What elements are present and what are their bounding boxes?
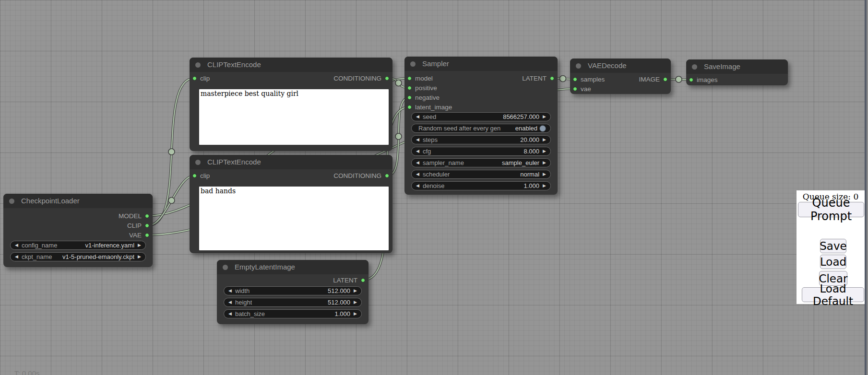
widget-steps[interactable]: ◀ steps 20.000 ▶	[411, 135, 551, 144]
port-dot-icon[interactable]	[663, 77, 667, 82]
decrement-arrow-icon[interactable]: ◀	[15, 241, 18, 250]
port-dot-icon[interactable]	[361, 278, 365, 282]
widget-config-name[interactable]: ◀ config_name v1-inference.yaml ▶	[10, 241, 146, 250]
decrement-arrow-icon[interactable]: ◀	[416, 158, 419, 167]
widget-ckpt-name[interactable]: ◀ ckpt_name v1-5-pruned-emaonly.ckpt ▶	[10, 252, 146, 261]
node-clip-text-encode-negative[interactable]: CLIPTextEncode clip CONDITIONING bad han…	[190, 155, 392, 253]
input-clip[interactable]: clip	[192, 73, 210, 83]
node-title-bar[interactable]: CheckpointLoader	[3, 194, 153, 208]
output-model[interactable]: MODEL	[119, 211, 149, 221]
node-title-bar[interactable]: VAEDecode	[570, 59, 671, 73]
port-dot-icon[interactable]	[385, 174, 389, 178]
node-checkpoint-loader[interactable]: CheckpointLoader MODEL CLIP VAE ◀ config…	[3, 194, 153, 267]
output-clip[interactable]: CLIP	[127, 221, 149, 230]
node-save-image[interactable]: SaveImage images	[686, 59, 788, 85]
wire-midpoint-dot[interactable]	[560, 76, 566, 82]
collapse-dot-icon[interactable]	[410, 61, 416, 67]
input-clip[interactable]: clip	[192, 171, 210, 180]
input-latent-image[interactable]: latent_image	[407, 102, 452, 112]
node-clip-text-encode-positive[interactable]: CLIPTextEncode clip CONDITIONING masterp…	[190, 58, 392, 151]
widget-random-seed-toggle[interactable]: Random seed after every gen enabled	[411, 124, 551, 133]
increment-arrow-icon[interactable]: ▶	[543, 147, 546, 156]
load-default-button[interactable]: Load Default	[802, 287, 864, 302]
input-negative[interactable]: negative	[407, 93, 440, 102]
port-dot-icon[interactable]	[145, 233, 149, 237]
input-images[interactable]: images	[689, 75, 718, 84]
port-dot-icon[interactable]	[407, 105, 412, 109]
port-dot-icon[interactable]	[192, 174, 197, 178]
toggle-dot-icon[interactable]	[539, 125, 546, 132]
load-button[interactable]: Load	[820, 255, 846, 269]
port-dot-icon[interactable]	[145, 214, 149, 218]
node-title-bar[interactable]: CLIPTextEncode	[190, 58, 392, 72]
port-dot-icon[interactable]	[407, 95, 412, 100]
wire-midpoint-dot[interactable]	[676, 76, 682, 82]
widget-denoise[interactable]: ◀ denoise 1.000 ▶	[411, 181, 551, 190]
output-image[interactable]: IMAGE	[639, 74, 667, 84]
widget-seed[interactable]: ◀ seed 8566257.000 ▶	[411, 112, 551, 121]
widget-width[interactable]: ◀ width 512.000 ▶	[224, 286, 362, 295]
output-latent[interactable]: LATENT	[522, 73, 554, 83]
save-button[interactable]: Save	[820, 239, 846, 253]
increment-arrow-icon[interactable]: ▶	[138, 241, 141, 250]
output-conditioning[interactable]: CONDITIONING	[333, 171, 389, 180]
decrement-arrow-icon[interactable]: ◀	[416, 170, 419, 179]
widget-batch-size[interactable]: ◀ batch_size 1.000 ▶	[224, 309, 362, 318]
positive-prompt-textarea[interactable]: masterpiece best quality girl	[199, 89, 389, 145]
widget-height[interactable]: ◀ height 512.000 ▶	[224, 298, 362, 307]
input-vae[interactable]: vae	[573, 84, 591, 94]
decrement-arrow-icon[interactable]: ◀	[416, 181, 419, 190]
port-dot-icon[interactable]	[145, 223, 149, 228]
collapse-dot-icon[interactable]	[9, 199, 14, 204]
decrement-arrow-icon[interactable]: ◀	[15, 252, 18, 261]
decrement-arrow-icon[interactable]: ◀	[416, 147, 419, 156]
port-dot-icon[interactable]	[192, 76, 197, 81]
increment-arrow-icon[interactable]: ▶	[354, 286, 357, 295]
node-sampler[interactable]: Sampler model positive negative latent_i…	[404, 57, 558, 195]
decrement-arrow-icon[interactable]: ◀	[228, 298, 232, 307]
decrement-arrow-icon[interactable]: ◀	[228, 309, 232, 318]
graph-canvas[interactable]: CheckpointLoader MODEL CLIP VAE ◀ config…	[0, 0, 868, 375]
increment-arrow-icon[interactable]: ▶	[543, 135, 546, 144]
increment-arrow-icon[interactable]: ▶	[543, 112, 546, 121]
port-dot-icon[interactable]	[385, 76, 389, 81]
widget-cfg[interactable]: ◀ cfg 8.000 ▶	[411, 147, 551, 156]
input-positive[interactable]: positive	[407, 83, 437, 93]
widget-sampler-name[interactable]: ◀ sampler_name sample_euler ▶	[411, 158, 551, 167]
input-samples[interactable]: samples	[573, 74, 605, 84]
wire-midpoint-dot[interactable]	[395, 80, 402, 86]
node-title-bar[interactable]: EmptyLatentImage	[217, 260, 369, 274]
port-dot-icon[interactable]	[550, 76, 554, 81]
increment-arrow-icon[interactable]: ▶	[543, 181, 546, 190]
increment-arrow-icon[interactable]: ▶	[354, 298, 357, 307]
increment-arrow-icon[interactable]: ▶	[354, 309, 357, 318]
input-model[interactable]: model	[407, 73, 433, 83]
collapse-dot-icon[interactable]	[223, 265, 228, 270]
widget-scheduler[interactable]: ◀ scheduler normal ▶	[411, 170, 551, 179]
port-dot-icon[interactable]	[689, 78, 693, 82]
output-conditioning[interactable]: CONDITIONING	[333, 73, 389, 83]
collapse-dot-icon[interactable]	[195, 62, 201, 68]
node-title-bar[interactable]: Sampler	[404, 57, 558, 71]
increment-arrow-icon[interactable]: ▶	[138, 252, 141, 261]
output-latent[interactable]: LATENT	[333, 275, 365, 285]
increment-arrow-icon[interactable]: ▶	[543, 158, 546, 167]
decrement-arrow-icon[interactable]: ◀	[416, 112, 419, 121]
node-vae-decode[interactable]: VAEDecode samples vae IMAGE	[570, 59, 671, 94]
negative-prompt-textarea[interactable]: bad hands	[199, 187, 389, 250]
port-dot-icon[interactable]	[573, 77, 577, 82]
port-dot-icon[interactable]	[407, 86, 412, 90]
wire-midpoint-dot[interactable]	[168, 149, 175, 155]
output-vae[interactable]: VAE	[129, 230, 149, 240]
port-dot-icon[interactable]	[407, 76, 412, 81]
queue-prompt-button[interactable]: Queue Prompt	[798, 202, 864, 217]
node-empty-latent-image[interactable]: EmptyLatentImage LATENT ◀ width 512.000 …	[217, 260, 369, 324]
wire-midpoint-dot[interactable]	[395, 133, 402, 140]
collapse-dot-icon[interactable]	[195, 160, 201, 165]
wire-midpoint-dot[interactable]	[168, 198, 175, 204]
node-title-bar[interactable]: SaveImage	[686, 59, 788, 74]
collapse-dot-icon[interactable]	[692, 64, 697, 70]
node-title-bar[interactable]: CLIPTextEncode	[190, 155, 392, 169]
port-dot-icon[interactable]	[573, 87, 577, 91]
increment-arrow-icon[interactable]: ▶	[543, 170, 546, 179]
